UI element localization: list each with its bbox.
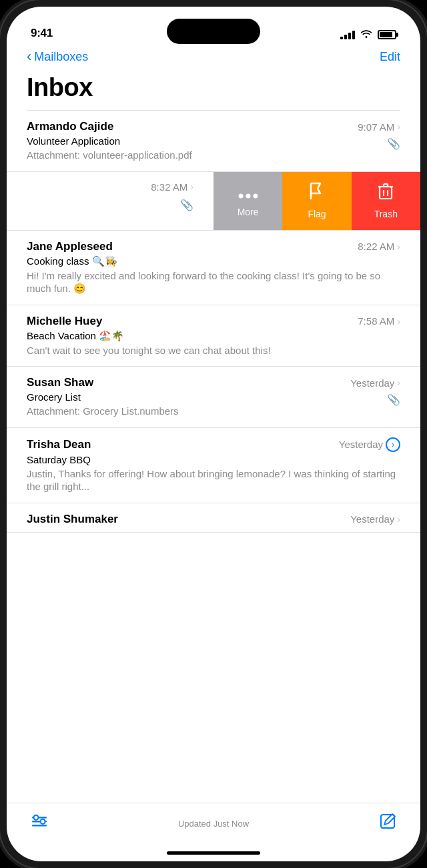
email-preview-1: ouch with Clara by a <box>7 195 193 208</box>
svg-rect-15 <box>381 815 394 828</box>
svg-point-1 <box>246 194 250 199</box>
page-title-section: Inbox <box>7 71 420 110</box>
email-sender: Jane Appleseed <box>27 240 113 253</box>
email-time-wrapper: Yesterday › <box>350 377 400 389</box>
email-time-wrapper: 7:58 AM › <box>358 315 400 327</box>
email-subject: Saturday BBQ <box>27 454 400 465</box>
email-subject: Grocery List <box>27 391 400 403</box>
battery-icon <box>378 30 396 39</box>
more-action-button[interactable]: More <box>214 172 282 230</box>
back-chevron-icon: ‹ <box>27 48 31 65</box>
email-header: Michelle Huey 7:58 AM › <box>27 315 400 328</box>
compose-button[interactable] <box>379 813 396 834</box>
email-preview: Justin, Thanks for offering! How about b… <box>27 467 400 493</box>
signal-bar-2 <box>344 35 347 39</box>
inbox-title: Inbox <box>27 73 400 102</box>
circle-chevron-icon: › <box>386 437 400 452</box>
email-time: Yesterday <box>350 513 394 525</box>
email-preview-2: amazing design care <box>7 207 193 221</box>
email-preview: Attachment: Grocery List.numbers <box>27 405 400 418</box>
list-item[interactable]: Michelle Huey 7:58 AM › Beach Vacation 🏖… <box>7 305 420 367</box>
email-list: Armando Cajide 9:07 AM › Volunteer Appli… <box>7 111 420 803</box>
updated-status: Updated Just Now <box>48 819 379 829</box>
battery-fill <box>380 32 392 37</box>
list-item[interactable]: Jane Appleseed 8:22 AM › Cooking class 🔍… <box>7 231 420 305</box>
chevron-right-icon: › <box>397 241 400 252</box>
email-header: Jane Appleseed 8:22 AM › <box>27 240 400 253</box>
email-sender: Michelle Huey <box>27 315 102 328</box>
svg-point-13 <box>34 815 39 820</box>
email-time: Yesterday <box>350 377 394 389</box>
flag-action-button[interactable]: Flag <box>282 172 351 230</box>
signal-bar-4 <box>352 31 355 39</box>
email-time-wrapper: 8:22 AM › <box>358 241 400 252</box>
email-preview: Can't wait to see you tonight so we can … <box>27 344 400 357</box>
email-time-wrapper: 8:32 AM › <box>151 181 193 193</box>
email-sender: Trisha Dean <box>27 438 91 451</box>
email-time-wrapper: 9:07 AM › <box>358 121 400 133</box>
filter-button[interactable] <box>31 814 48 833</box>
email-subject: Volunteer Application <box>27 135 400 147</box>
email-sender: Susan Shaw <box>27 376 93 389</box>
phone-screen: 9:41 <box>7 7 420 861</box>
email-content-shifted: 8:32 AM › 📎 ouch with Clara by a amazing… <box>7 172 214 230</box>
signal-bar-1 <box>340 37 343 39</box>
chevron-right-icon: › <box>190 181 193 192</box>
swipe-actions: More Flag <box>214 172 420 230</box>
more-dots-icon <box>238 184 258 203</box>
flag-label: Flag <box>308 209 326 219</box>
trash-icon <box>378 182 394 205</box>
signal-bar-3 <box>348 33 351 39</box>
svg-rect-12 <box>32 825 47 827</box>
chevron-right-icon: › <box>397 316 400 327</box>
email-time: 8:32 AM <box>151 181 187 193</box>
email-preview: Attachment: volunteer-application.pdf <box>27 149 400 162</box>
more-label: More <box>238 207 259 217</box>
email-header: Susan Shaw Yesterday › <box>27 376 400 389</box>
email-time-wrapper: Yesterday › <box>339 437 400 452</box>
email-time: 7:58 AM <box>358 315 394 327</box>
email-header: 8:32 AM › <box>7 181 193 193</box>
mailboxes-label: Mailboxes <box>34 50 88 64</box>
svg-point-2 <box>253 194 258 199</box>
chevron-right-icon: › <box>397 377 400 388</box>
email-header: Trisha Dean Yesterday › <box>27 437 400 452</box>
home-indicator <box>167 851 260 855</box>
attachment-icon: 📎 <box>387 137 400 150</box>
swipe-row[interactable]: 8:32 AM › 📎 ouch with Clara by a amazing… <box>7 172 420 231</box>
chevron-right-icon: › <box>397 121 400 132</box>
svg-rect-3 <box>380 187 392 199</box>
email-time: 8:22 AM <box>358 241 394 252</box>
list-item[interactable]: Trisha Dean Yesterday › Saturday BBQ Jus… <box>7 428 420 503</box>
attachment-icon: 📎 <box>180 199 193 211</box>
bottom-bar-content: Updated Just Now <box>7 803 420 834</box>
chevron-right-icon: › <box>397 514 400 525</box>
list-item[interactable]: Justin Shumaker Yesterday › <box>7 503 420 533</box>
list-item[interactable]: Armando Cajide 9:07 AM › Volunteer Appli… <box>7 111 420 172</box>
wifi-icon <box>360 29 372 40</box>
email-time-wrapper: Yesterday › <box>350 513 400 525</box>
signal-bars-icon <box>340 30 355 39</box>
email-subject: Beach Vacation 🏖️🌴 <box>27 330 400 342</box>
status-icons <box>340 29 396 40</box>
trash-action-button[interactable]: Trash <box>352 172 420 230</box>
email-sender: Armando Cajide <box>27 120 113 133</box>
email-header: Armando Cajide 9:07 AM › <box>27 120 400 133</box>
mailboxes-back-button[interactable]: ‹ Mailboxes <box>27 48 88 65</box>
status-time: 9:41 <box>31 27 53 40</box>
nav-bar: ‹ Mailboxes Edit <box>7 45 420 71</box>
list-item[interactable]: Susan Shaw Yesterday › Grocery List Atta… <box>7 367 420 428</box>
email-subject: Cooking class 🔍👩‍🍳 <box>27 255 400 267</box>
attachment-icon: 📎 <box>387 393 400 406</box>
svg-point-0 <box>238 194 243 199</box>
email-time: Yesterday <box>339 439 383 450</box>
email-time: 9:07 AM <box>358 121 394 133</box>
bottom-bar: Updated Just Now <box>7 803 420 861</box>
edit-button[interactable]: Edit <box>380 50 400 64</box>
email-preview: Hi! I'm really excited and looking forwa… <box>27 269 400 295</box>
phone-frame: 9:41 <box>0 0 427 868</box>
flag-icon <box>309 182 325 205</box>
email-sender: Justin Shumaker <box>27 513 118 526</box>
dynamic-island <box>167 19 260 44</box>
svg-point-14 <box>41 819 45 824</box>
